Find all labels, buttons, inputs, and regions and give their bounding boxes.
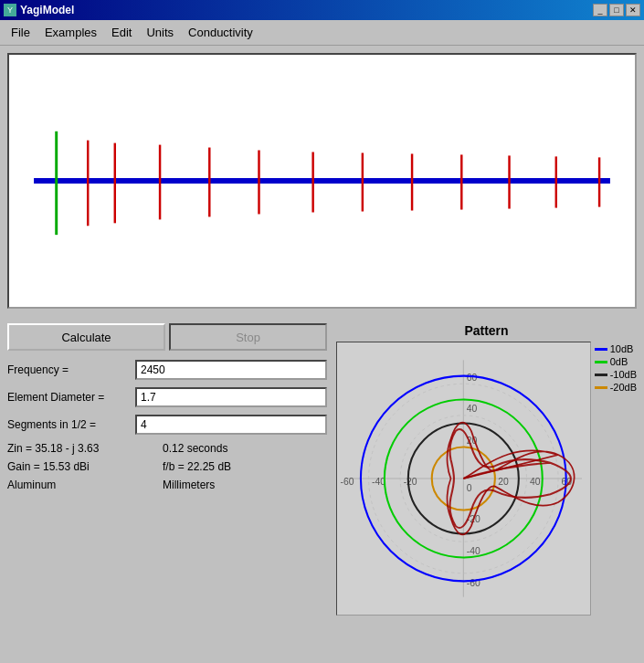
minimize-button[interactable]: _ <box>593 4 607 16</box>
titlebar-left: Y YagiModel <box>4 4 74 16</box>
svg-text:40: 40 <box>530 477 541 487</box>
segments-input[interactable] <box>135 415 327 435</box>
legend-label-0db: 0dB <box>610 356 628 367</box>
pattern-svg: 60 40 20 0 -20 -40 -60 -60 -40 -20 20 40… <box>337 342 590 615</box>
titlebar-buttons[interactable]: _ □ ✕ <box>593 4 640 16</box>
legend-color-minus10db <box>595 374 607 376</box>
legend-minus20db: -20dB <box>595 382 637 393</box>
gain-label: Gain = 15.53 dBi <box>7 460 163 473</box>
pattern-chart: 60 40 20 0 -20 -40 -60 -60 -40 -20 20 40… <box>336 342 591 616</box>
menu-file[interactable]: File <box>4 22 37 43</box>
titlebar: Y YagiModel _ □ ✕ <box>0 0 644 20</box>
frequency-row: Frequency = <box>7 360 327 380</box>
legend-label-minus20db: -20dB <box>610 382 637 393</box>
app-icon: Y <box>4 4 16 16</box>
svg-text:-20: -20 <box>404 477 417 487</box>
legend-10db: 10dB <box>595 343 637 354</box>
material-label: Aluminum <box>7 479 163 491</box>
segments-label: Segments in 1/2 = <box>7 418 135 431</box>
pattern-panel: Pattern 60 40 20 0 -20 -40 <box>336 323 637 616</box>
antenna-svg <box>9 55 635 307</box>
zin-row: Zin = 35.18 - j 3.63 0.12 seconds <box>7 442 327 455</box>
legend-color-minus20db <box>595 386 607 389</box>
stop-button: Stop <box>169 323 327 351</box>
legend-label-10db: 10dB <box>610 343 634 354</box>
app-title: YagiModel <box>20 4 74 16</box>
menu-units[interactable]: Units <box>139 22 181 43</box>
bottom-panel: Calculate Stop Frequency = Element Diame… <box>0 316 644 623</box>
legend-color-10db <box>595 348 607 351</box>
button-row: Calculate Stop <box>7 323 327 351</box>
svg-text:0: 0 <box>467 483 472 493</box>
pattern-container: 60 40 20 0 -20 -40 -60 -60 -40 -20 20 40… <box>336 342 637 616</box>
calculate-button[interactable]: Calculate <box>7 323 165 351</box>
unit-label: Millimeters <box>163 479 215 491</box>
zin-label: Zin = 35.18 - j 3.63 <box>7 442 163 455</box>
gain-row: Gain = 15.53 dBi f/b = 22.25 dB <box>7 460 327 473</box>
antenna-display <box>7 53 637 309</box>
legend-minus10db: -10dB <box>595 369 637 380</box>
svg-text:-40: -40 <box>467 546 480 556</box>
menu-edit[interactable]: Edit <box>104 22 139 43</box>
svg-text:-60: -60 <box>340 477 354 487</box>
element-diameter-label: Element Diameter = <box>7 391 135 404</box>
element-diameter-row: Element Diameter = <box>7 387 327 407</box>
time-label: 0.12 seconds <box>163 442 227 455</box>
element-diameter-input[interactable] <box>135 387 327 407</box>
segments-row: Segments in 1/2 = <box>7 415 327 435</box>
menu-examples[interactable]: Examples <box>37 22 104 43</box>
maximize-button[interactable]: □ <box>609 4 624 16</box>
frequency-input[interactable] <box>135 360 327 380</box>
pattern-legend: 10dB 0dB -10dB -20dB <box>595 342 637 616</box>
frequency-label: Frequency = <box>7 363 135 376</box>
svg-text:40: 40 <box>467 404 478 414</box>
legend-label-minus10db: -10dB <box>610 369 637 380</box>
controls-panel: Calculate Stop Frequency = Element Diame… <box>7 323 327 616</box>
legend-0db: 0dB <box>595 356 637 367</box>
menu-conductivity[interactable]: Conductivity <box>181 22 260 43</box>
pattern-title: Pattern <box>336 323 637 338</box>
legend-color-0db <box>595 361 607 363</box>
menubar: File Examples Edit Units Conductivity <box>0 20 644 46</box>
fb-label: f/b = 22.25 dB <box>163 460 231 473</box>
footer-row: Aluminum Millimeters <box>7 479 327 491</box>
close-button[interactable]: ✕ <box>626 4 640 16</box>
svg-text:20: 20 <box>498 477 509 487</box>
